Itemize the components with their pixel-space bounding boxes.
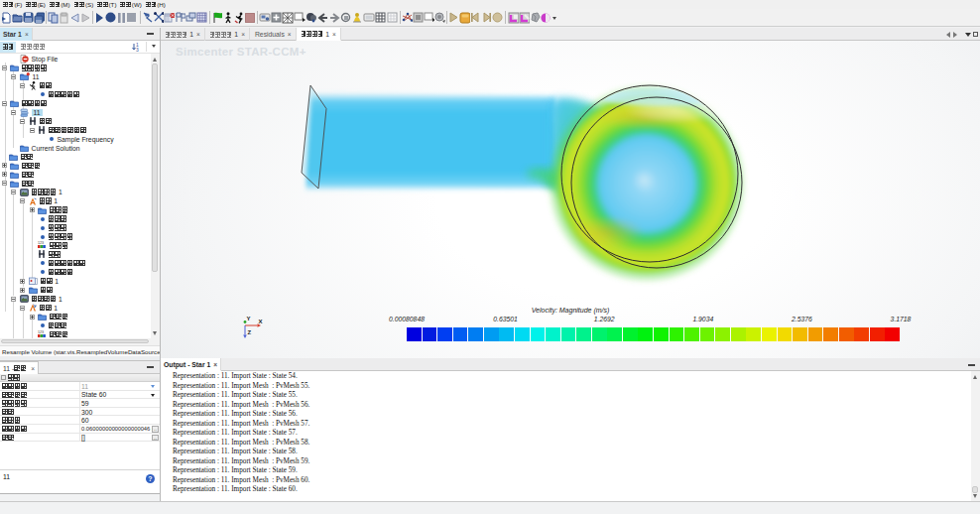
svg-text:3: 3 bbox=[136, 47, 139, 53]
svg-text:Z: Z bbox=[248, 329, 252, 335]
svg-text:X: X bbox=[259, 319, 263, 324]
svg-text:Y: Y bbox=[247, 316, 251, 321]
svg-text:123: 123 bbox=[38, 242, 44, 246]
svg-text:123: 123 bbox=[38, 330, 44, 334]
